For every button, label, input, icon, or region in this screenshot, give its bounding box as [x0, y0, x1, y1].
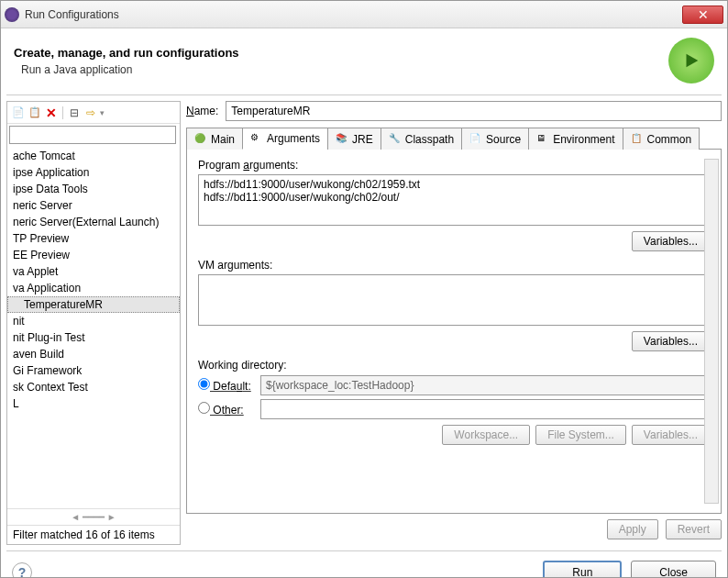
tree-item[interactable]: TemperatureMR: [7, 296, 180, 313]
tab-label: Arguments: [267, 132, 320, 145]
tab-source[interactable]: 📄Source: [461, 128, 529, 150]
tree-item[interactable]: L: [7, 395, 180, 412]
common-icon: 📋: [631, 133, 644, 146]
tree-item[interactable]: neric Server: [7, 197, 180, 214]
arguments-tab-content: Program arguments: Variables... VM argum…: [186, 150, 722, 514]
window-title: Run Configurations: [25, 8, 682, 21]
filter-status: Filter matched 16 of 16 items: [7, 525, 180, 544]
horizontal-scrollbar[interactable]: ◄ ━━━━ ►: [7, 508, 180, 525]
dropdown-arrow-icon[interactable]: ▾: [100, 108, 105, 117]
dialog-header: Create, manage, and run configurations R…: [1, 28, 727, 89]
program-args-textarea[interactable]: [198, 174, 710, 226]
new-config-icon[interactable]: [11, 106, 26, 120]
jre-icon: 📚: [336, 133, 348, 146]
environment-icon: 🖥: [536, 133, 549, 146]
tree-item[interactable]: EE Preview: [7, 247, 180, 263]
close-button[interactable]: Close: [631, 561, 716, 578]
classpath-icon: 🔧: [389, 133, 402, 146]
tab-label: Common: [647, 133, 692, 146]
window-close-button[interactable]: ✕: [682, 6, 723, 24]
tree-item[interactable]: neric Server(External Launch): [7, 214, 180, 230]
config-detail-panel: Name: 🟢Main⚙Arguments📚JRE🔧Classpath📄Sour…: [186, 101, 722, 545]
help-icon[interactable]: ?: [12, 562, 32, 578]
run-button[interactable]: Run: [543, 561, 622, 578]
tree-item[interactable]: ipse Data Tools: [7, 181, 180, 197]
other-dir-input[interactable]: [260, 399, 710, 419]
run-icon: [668, 38, 714, 83]
config-toolbar: ✕ ▾: [7, 102, 180, 124]
tree-item[interactable]: TP Preview: [7, 230, 180, 247]
dialog-footer: ? Run Close: [6, 550, 722, 578]
default-radio[interactable]: Default:: [198, 378, 253, 393]
source-icon: 📄: [469, 133, 482, 146]
tab-label: Environment: [553, 133, 614, 146]
wd-variables-button[interactable]: Variables...: [632, 425, 710, 445]
tree-item[interactable]: nit Plug-in Test: [7, 329, 180, 346]
tab-jre[interactable]: 📚JRE: [327, 128, 381, 150]
name-label: Name:: [186, 105, 218, 117]
tree-item[interactable]: ipse Application: [7, 164, 180, 181]
tab-label: JRE: [352, 133, 373, 146]
vm-variables-button[interactable]: Variables...: [632, 331, 710, 351]
tree-item[interactable]: ache Tomcat: [7, 148, 180, 164]
tab-main[interactable]: 🟢Main: [186, 128, 243, 150]
tree-item[interactable]: aven Build: [7, 346, 180, 362]
tab-label: Classpath: [405, 133, 454, 146]
tree-item[interactable]: Gi Framework: [7, 362, 180, 379]
working-dir-label: Working directory:: [198, 359, 710, 372]
filter-input[interactable]: [9, 126, 176, 144]
delete-config-icon[interactable]: ✕: [44, 106, 59, 120]
config-tree-panel: ✕ ▾ ache Tomcatipse Applicationipse Data…: [6, 101, 181, 545]
vertical-scrollbar[interactable]: [704, 159, 719, 504]
tree-item[interactable]: nit: [7, 313, 180, 329]
tab-bar: 🟢Main⚙Arguments📚JRE🔧Classpath📄Source🖥Env…: [186, 127, 722, 150]
toolbar-separator: [62, 106, 63, 119]
tree-item[interactable]: va Applet: [7, 263, 180, 280]
filesystem-button[interactable]: File System...: [535, 425, 626, 445]
header-subtitle: Run a Java application: [21, 63, 668, 76]
tree-item[interactable]: va Application: [7, 280, 180, 296]
vm-args-textarea[interactable]: [198, 274, 710, 326]
apply-button[interactable]: Apply: [607, 519, 658, 539]
tab-label: Source: [486, 133, 521, 146]
other-radio[interactable]: Other:: [198, 402, 253, 417]
eclipse-icon: [5, 7, 19, 22]
tree-item[interactable]: sk Context Test: [7, 379, 180, 395]
workspace-button[interactable]: Workspace...: [442, 425, 530, 445]
collapse-all-icon[interactable]: [67, 106, 82, 120]
name-input[interactable]: [226, 101, 722, 121]
duplicate-config-icon[interactable]: [28, 106, 42, 120]
config-tree[interactable]: ache Tomcatipse Applicationipse Data Too…: [7, 146, 180, 508]
tab-arguments[interactable]: ⚙Arguments: [242, 128, 328, 150]
tab-label: Main: [211, 133, 235, 146]
default-dir-input: [260, 375, 710, 395]
program-variables-button[interactable]: Variables...: [632, 231, 710, 251]
tab-common[interactable]: 📋Common: [623, 128, 700, 150]
main-icon: 🟢: [194, 133, 207, 146]
tab-environment[interactable]: 🖥Environment: [528, 128, 623, 150]
tab-classpath[interactable]: 🔧Classpath: [381, 128, 462, 150]
revert-button[interactable]: Revert: [666, 519, 722, 539]
vm-args-label: VM arguments:: [198, 259, 710, 272]
program-args-label: Program arguments:: [198, 159, 710, 172]
filter-icon[interactable]: [83, 106, 98, 120]
header-title: Create, manage, and run configurations: [14, 46, 668, 60]
arguments-icon: ⚙: [250, 132, 263, 145]
titlebar: Run Configurations ✕: [1, 1, 727, 28]
svg-marker-0: [687, 54, 699, 68]
